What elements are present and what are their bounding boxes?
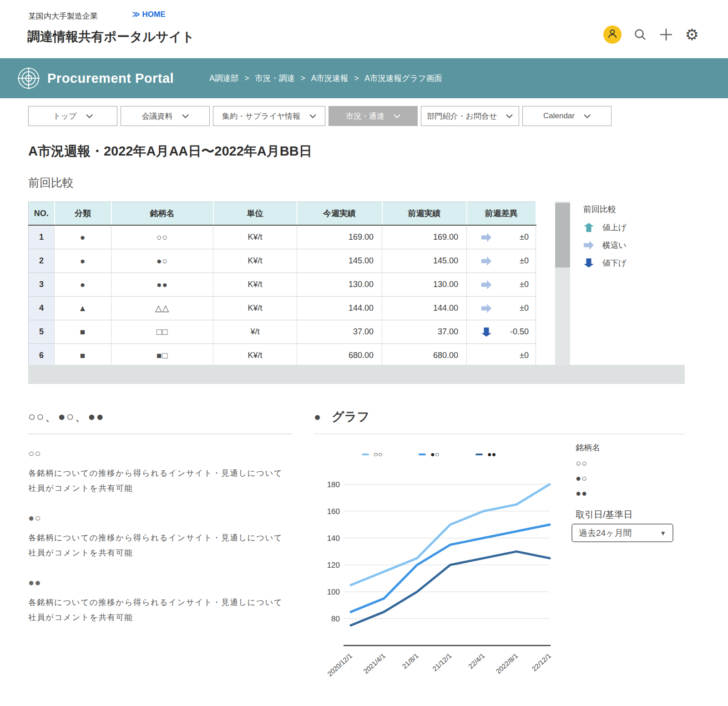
comment-title: ●○ [28,512,283,524]
nav-label: 市況・通達 [346,111,384,121]
graph-section-title: ● グラフ [314,408,369,425]
series-dash-icon [362,454,369,455]
last-week-value: 680.00 [382,344,467,368]
this-week-value: 680.00 [297,344,382,368]
brand-name: Procurement Portal [47,71,174,86]
bullet-icon: ● [314,410,321,424]
this-week-value: 169.00 [297,225,382,249]
chart-legend-item: ●○ [419,450,475,459]
table-header-row: NO. 分類 銘柄名 単位 今週実績 前週実績 前週差異 [29,202,536,226]
series-dash-icon [475,454,483,455]
diff-value: ±0 [520,256,529,266]
table-row: 1 ● ○○ K¥/t 169.00 169.00 ±0 [29,225,536,249]
company-name: 某国内大手製造企業 [28,11,98,21]
nav-item-top[interactable]: トップ [28,106,117,126]
col-no: NO. [29,202,55,226]
compare-section-title: 前回比較 [28,175,74,190]
svg-text:22/4/1: 22/4/1 [467,652,486,671]
nav-item-market-notice[interactable]: 市況・通達 [329,106,418,126]
svg-text:22/12/1: 22/12/1 [530,652,552,673]
date-range-label: 取引日/基準日 [576,509,633,521]
date-range-select[interactable]: 過去24ヶ月間 ▼ [571,524,673,542]
table-row: 5 ■ □□ ¥/t 37.00 37.00 -0.50 [29,320,536,344]
add-icon[interactable] [659,27,673,42]
breadcrumb[interactable]: A調達部 > 市況・調達 > A市況速報 > A市況速報グラフ画面 [209,73,442,84]
trend-arrow-icon [481,280,492,289]
last-week-value: 37.00 [382,320,467,344]
col-brand: 銘柄名 [111,202,213,226]
horizontal-scrollbar[interactable] [28,365,685,384]
svg-text:2022/8/1: 2022/8/1 [494,652,519,676]
nav-label: 部門紹介・お問合せ [427,111,497,121]
nav-item-supplier-info[interactable]: 集約・サプライヤ情報 [213,106,325,126]
comment-text: 社員がコメントを共有可能 [28,545,283,560]
user-avatar[interactable] [603,25,622,44]
unit-value: K¥/t [213,225,297,249]
brand-logo-icon [17,67,40,90]
brand-list-label: 銘柄名 [576,442,600,453]
divider [28,434,292,434]
nav-item-departments[interactable]: 部門紹介・お問合せ [421,106,519,126]
series-dash-icon [419,454,426,455]
row-no: 4 [29,297,55,320]
nav-label: 集約・サプライヤ情報 [222,111,300,121]
brand-list: ○○ ●○ ●● [576,456,587,501]
settings-gear-icon[interactable]: ⚙ [685,27,699,42]
brand-list-item[interactable]: ●● [576,486,587,501]
row-no: 2 [29,249,55,273]
scrollbar-thumb[interactable] [555,203,570,267]
unit-value: K¥/t [213,297,297,320]
category-symbol: ● [55,225,111,249]
comparison-table: NO. 分類 銘柄名 単位 今週実績 前週実績 前週差異 1 ● ○○ K¥/t… [28,202,536,368]
svg-text:21/12/1: 21/12/1 [431,652,453,673]
svg-text:140: 140 [327,534,340,543]
diff-value: -0.50 [510,327,529,337]
category-symbol: ■ [55,320,111,344]
legend-row-down: 値下げ [583,257,627,268]
header-icons: ⚙ [603,25,699,44]
svg-text:2021/4/1: 2021/4/1 [362,652,387,676]
nav-item-meeting-docs[interactable]: 会議資料 [121,106,210,126]
this-week-value: 145.00 [297,249,382,273]
diff-value: ±0 [520,232,529,242]
last-week-value: 169.00 [382,225,467,249]
comment-text: 各銘柄についての推移から得られるインサイト・見通しについて [28,595,283,610]
row-no: 5 [29,320,55,344]
up-arrow-icon [583,223,594,232]
category-symbol: ● [55,273,111,297]
brand-symbol: △△ [111,297,213,320]
row-no: 6 [29,344,55,368]
chevron-down-icon [394,114,400,118]
diff-value: ±0 [520,303,529,313]
comment-title: ○○ [28,448,283,459]
series-name: ●○ [430,450,439,459]
brand-list-item[interactable]: ○○ [576,456,587,471]
col-last-week: 前週実績 [382,202,467,226]
brand-list-item[interactable]: ●○ [576,471,587,486]
portal-title: 調達情報共有ポータルサイト [27,28,195,45]
nav-item-calendar[interactable]: Calendar [522,106,612,126]
search-icon[interactable] [633,28,647,41]
category-symbol: ■ [55,344,111,368]
down-arrow-icon [583,258,594,267]
category-symbol: ● [55,249,111,273]
brand-symbol: ●● [111,273,213,297]
trend-arrow-icon [481,257,492,266]
comment-title: ●● [28,577,283,589]
last-week-value: 130.00 [382,273,467,297]
col-category: 分類 [55,202,111,226]
comment-block: ●● 各銘柄についての推移から得られるインサイト・見通しについて 社員がコメント… [28,577,283,625]
nav-label: トップ [53,111,76,121]
chart-legend-item: ●● [475,450,532,459]
comment-text: 社員がコメントを共有可能 [28,481,283,496]
vertical-scrollbar[interactable] [555,202,570,365]
diff-value: ±0 [520,351,529,360]
svg-text:120: 120 [327,561,340,570]
comment-text: 各銘柄についての推移から得られるインサイト・見通しについて [28,530,283,545]
home-link[interactable]: ≫ HOME [132,10,166,19]
legend-label: 値上げ [602,222,627,233]
trend-arrow-icon [481,351,492,360]
chart-legend: ○○ ●○ ●● [362,450,532,459]
legend-label: 横這い [602,240,627,251]
table-row: 2 ● ●○ K¥/t 145.00 145.00 ±0 [29,249,536,273]
